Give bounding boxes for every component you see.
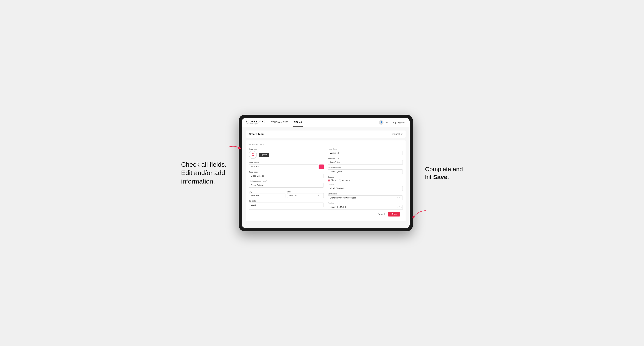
sign-out-link[interactable]: Sign out [398, 121, 406, 124]
navbar: SCOREBOARD Powered by clippd TOURNAMENTS… [242, 118, 410, 127]
instruction-line3: information. [181, 178, 215, 185]
zip-input[interactable] [249, 202, 324, 207]
division-label: Division [328, 183, 403, 185]
region-group: Region ✕ ⌃⌄ [328, 202, 403, 209]
form-section: TEAM DETAILS Team logo C [246, 141, 406, 221]
section-title: TEAM DETAILS [249, 143, 403, 145]
gender-options: Mens Womens [328, 179, 403, 181]
athletic-director-label: Athletic Director [328, 167, 403, 169]
region-input[interactable] [328, 205, 403, 209]
colour-swatch[interactable] [319, 165, 324, 169]
division-input[interactable] [328, 186, 403, 191]
conference-label: Conference [328, 193, 403, 195]
gender-mens-option[interactable]: Mens [328, 179, 336, 181]
zip-code-group: Zip code [249, 200, 324, 207]
state-select-wrap: ✕ ⌃⌄ [287, 193, 324, 198]
city-input[interactable] [249, 193, 286, 198]
conference-select-wrap: ✕ ⌃⌄ [328, 195, 403, 200]
state-label: State [287, 191, 291, 193]
conference-clear-icon[interactable]: ✕ [397, 197, 398, 199]
right-column: Head Coach Assistant Coach Athletic Dire… [328, 148, 403, 209]
colour-input-wrap [249, 164, 324, 169]
create-team-header: Create Team Cancel ✕ [246, 131, 406, 138]
region-select-wrap: ✕ ⌃⌄ [328, 205, 403, 209]
instruction-line1: Check all fields. [181, 161, 226, 168]
logo-sub-text: Powered by clippd [246, 123, 266, 124]
user-name: Test User | [385, 121, 396, 124]
mens-radio[interactable] [328, 179, 330, 181]
city-sub-group: City [249, 189, 286, 198]
conference-group: Conference ✕ ⌃⌄ [328, 193, 403, 200]
nav-tournaments[interactable]: TOURNAMENTS [270, 118, 289, 127]
assistant-coach-input[interactable] [328, 160, 403, 165]
state-sub-group: State ✕ ⌃⌄ [287, 189, 324, 198]
cancel-button[interactable]: Cancel [376, 212, 386, 216]
womens-radio[interactable] [339, 179, 341, 181]
conference-input[interactable] [328, 195, 403, 200]
left-instructions: Check all fields. Edit and/or add inform… [181, 161, 226, 186]
left-arrow-annotation [228, 144, 241, 151]
content-area: Create Team Cancel ✕ TEAM DETAILS [242, 127, 410, 228]
region-clear-icon[interactable]: ✕ [397, 206, 398, 208]
team-name-group: Team name [249, 171, 324, 178]
team-logo-group: Team logo C Upload [249, 148, 324, 160]
display-name-group: Display name (unique) [249, 180, 324, 187]
head-coach-input[interactable] [328, 151, 403, 155]
division-group: Division ⌄ [328, 183, 403, 191]
team-name-label: Team name [249, 171, 324, 173]
form-footer: Cancel Save [249, 209, 403, 218]
womens-label: Womens [342, 179, 350, 181]
gender-womens-option[interactable]: Womens [339, 179, 350, 181]
gender-group: Gender Mens Womens [328, 176, 403, 181]
region-label: Region [328, 202, 403, 204]
navbar-links: TOURNAMENTS TEAMS [270, 118, 379, 127]
mens-label: Mens [331, 179, 336, 181]
right-instructions: Complete and hit Save. [425, 165, 463, 181]
team-logo-circle: C [249, 151, 257, 159]
team-colour-group: Team colour [249, 162, 324, 169]
right-line2: hit [425, 173, 433, 180]
state-clear-icon[interactable]: ✕ [318, 195, 319, 197]
logo-area: C Upload [249, 151, 324, 159]
city-label: City [249, 191, 252, 193]
tablet-frame: SCOREBOARD Powered by clippd TOURNAMENTS… [239, 115, 413, 231]
athletic-director-input[interactable] [328, 169, 403, 174]
team-colour-label: Team colour [249, 162, 324, 164]
app-logo: SCOREBOARD Powered by clippd [246, 120, 266, 124]
nav-teams[interactable]: TEAMS [293, 118, 303, 127]
form-grid: Team logo C Upload Team colo [249, 148, 403, 209]
right-end: . [447, 173, 449, 180]
assistant-coach-group: Assistant Coach [328, 158, 403, 165]
team-logo-label: Team logo [249, 148, 324, 150]
save-button[interactable]: Save [388, 212, 400, 216]
close-icon: ✕ [401, 133, 403, 136]
city-state-row: City State ✕ [249, 189, 324, 198]
tablet-screen: SCOREBOARD Powered by clippd TOURNAMENTS… [242, 118, 410, 228]
user-avatar: 👤 [379, 120, 384, 125]
right-line1: Complete and [425, 166, 463, 173]
head-coach-group: Head Coach [328, 148, 403, 155]
head-coach-label: Head Coach [328, 148, 403, 150]
team-colour-input[interactable] [249, 164, 318, 169]
right-bold: Save [433, 173, 447, 180]
zip-label: Zip code [249, 200, 324, 202]
logo-main-text: SCOREBOARD [246, 120, 266, 123]
gender-label: Gender [328, 176, 403, 178]
upload-button[interactable]: Upload [259, 153, 269, 157]
left-column: Team logo C Upload Team colo [249, 148, 324, 209]
team-name-input[interactable] [249, 173, 324, 178]
display-name-input[interactable] [249, 183, 324, 187]
city-state-group: City State ✕ [249, 189, 324, 198]
page-title: Create Team [249, 133, 264, 136]
division-select-wrap: ⌄ [328, 186, 403, 191]
right-arrow-annotation [411, 209, 426, 219]
navbar-right: 👤 Test User | Sign out [379, 120, 406, 125]
instruction-line2: Edit and/or add [181, 169, 225, 176]
display-name-label: Display name (unique) [249, 180, 324, 182]
athletic-director-group: Athletic Director [328, 167, 403, 174]
cancel-x-button[interactable]: Cancel ✕ [392, 133, 403, 136]
assistant-coach-label: Assistant Coach [328, 158, 403, 160]
